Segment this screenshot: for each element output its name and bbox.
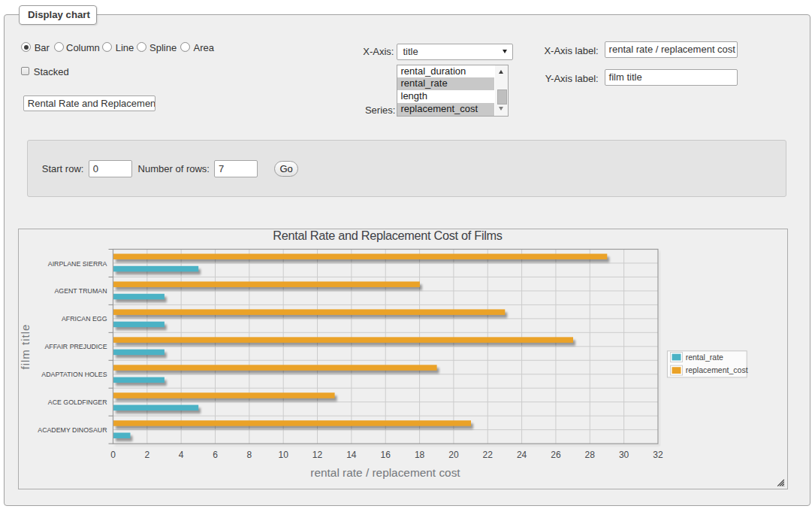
svg-text:12: 12	[312, 450, 323, 460]
svg-text:AGENT TRUMAN: AGENT TRUMAN	[54, 287, 107, 295]
svg-text:28: 28	[585, 450, 596, 460]
svg-text:2: 2	[144, 450, 149, 460]
svg-text:AIRPLANE SIERRA: AIRPLANE SIERRA	[48, 260, 107, 268]
svg-text:26: 26	[551, 450, 561, 460]
svg-text:AFRICAN EGG: AFRICAN EGG	[62, 315, 107, 323]
svg-text:0: 0	[110, 450, 116, 460]
svg-text:ADAPTATION HOLES: ADAPTATION HOLES	[41, 371, 107, 378]
svg-text:14: 14	[346, 450, 357, 460]
svg-text:ACE GOLDFINGER: ACE GOLDFINGER	[48, 398, 107, 406]
svg-text:18: 18	[415, 450, 425, 460]
svg-text:replacement_cost: replacement_cost	[686, 365, 748, 374]
svg-text:film title: film title	[19, 324, 32, 370]
svg-text:ACADEMY DINOSAUR: ACADEMY DINOSAUR	[38, 426, 107, 434]
svg-text:16: 16	[381, 450, 391, 460]
svg-text:rental rate / replacement cost: rental rate / replacement cost	[310, 466, 460, 479]
svg-text:AFFAIR PREJUDICE: AFFAIR PREJUDICE	[44, 343, 107, 350]
svg-text:32: 32	[653, 450, 663, 460]
svg-text:10: 10	[279, 450, 289, 460]
svg-text:Rental Rate and Replacement Co: Rental Rate and Replacement Cost of Film…	[273, 229, 502, 242]
svg-text:24: 24	[517, 450, 527, 460]
svg-text:4: 4	[179, 450, 184, 460]
svg-text:20: 20	[448, 450, 459, 460]
svg-text:6: 6	[213, 450, 218, 460]
svg-text:8: 8	[247, 450, 252, 460]
svg-text:22: 22	[483, 450, 494, 460]
svg-text:30: 30	[619, 450, 629, 460]
svg-text:rental_rate: rental_rate	[686, 353, 723, 362]
